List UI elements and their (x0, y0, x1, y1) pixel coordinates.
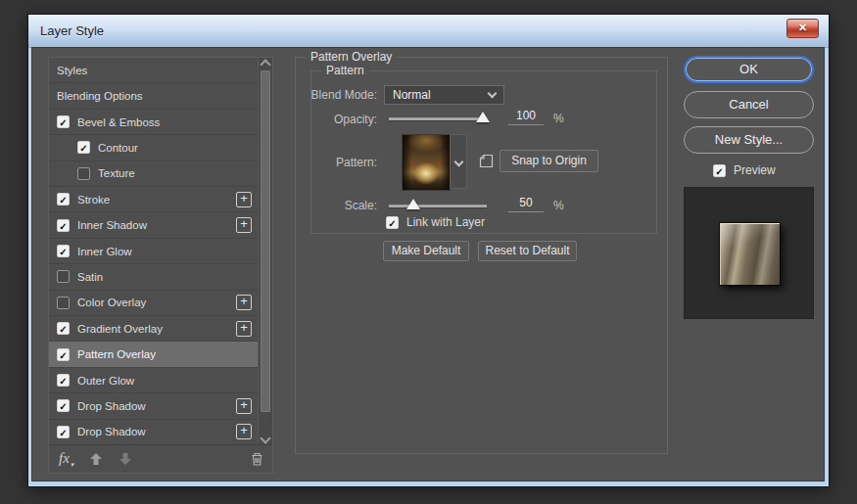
checkbox-checked-icon[interactable]: ✓ (57, 426, 70, 438)
arrow-down-icon (119, 452, 132, 466)
sidebar-item-outer-glow[interactable]: ✓Outer Glow (49, 368, 258, 393)
blend-mode-value: Normal (393, 88, 431, 102)
preview-checkbox[interactable]: ✓ Preview (713, 163, 776, 177)
sidebar-item-label: Satin (77, 271, 254, 283)
new-pattern-preset-button[interactable] (478, 153, 495, 169)
new-preset-icon (478, 153, 495, 169)
sidebar-item-color-overlay[interactable]: Color Overlay+ (49, 291, 258, 316)
close-button[interactable]: ✕ (786, 19, 819, 38)
link-with-layer-label: Link with Layer (406, 215, 485, 229)
opacity-unit: % (553, 112, 564, 125)
checkbox-checked-icon[interactable]: ✓ (57, 374, 70, 387)
sidebar-item-label: Stroke (77, 194, 236, 206)
scale-slider-handle[interactable] (406, 199, 420, 209)
checkbox-checked-icon[interactable]: ✓ (57, 219, 70, 232)
reset-to-default-button[interactable]: Reset to Default (478, 241, 577, 261)
checkbox-checked-icon[interactable]: ✓ (57, 115, 70, 128)
sidebar-item-label: Pattern Overlay (77, 348, 254, 360)
add-effect-button[interactable]: + (236, 398, 252, 414)
add-effect-button[interactable]: + (236, 295, 252, 310)
fx-menu-button[interactable]: fx▾ (59, 450, 73, 469)
sidebar-list: StylesBlending Options✓Bevel & Emboss✓Co… (49, 58, 258, 445)
opacity-value-field[interactable]: 100 (508, 109, 544, 125)
chevron-down-icon (488, 89, 498, 99)
scale-slider[interactable] (389, 205, 487, 208)
sidebar-item-label: Drop Shadow (77, 400, 236, 412)
dialog-frame: StylesBlending Options✓Bevel & Emboss✓Co… (28, 47, 829, 486)
sidebar-item-styles[interactable]: Styles (49, 58, 258, 83)
checkbox-unchecked-icon[interactable] (77, 167, 90, 180)
checkbox-checked-icon[interactable]: ✓ (57, 245, 70, 257)
scroll-down-icon[interactable] (260, 433, 270, 443)
make-default-button[interactable]: Make Default (383, 241, 469, 261)
move-down-button[interactable] (119, 452, 132, 466)
chevron-down-icon (454, 158, 464, 167)
opacity-label: Opacity: (299, 113, 377, 126)
sidebar-item-stroke[interactable]: ✓Stroke+ (49, 187, 258, 212)
screen-background: Layer Style ✕ StylesBlending Options✓Bev… (0, 0, 857, 504)
sidebar-item-label: Styles (57, 65, 254, 76)
arrow-up-icon (89, 452, 103, 466)
close-icon: ✕ (798, 22, 807, 33)
move-up-button[interactable] (89, 452, 103, 466)
sidebar-item-label: Texture (98, 167, 254, 179)
opacity-slider-handle[interactable] (476, 112, 490, 122)
sidebar-item-contour[interactable]: ✓Contour (49, 135, 258, 160)
sidebar-item-satin[interactable]: Satin (49, 264, 258, 290)
checkbox-checked-icon[interactable]: ✓ (57, 399, 70, 412)
checkbox-checked-icon[interactable]: ✓ (77, 141, 90, 154)
blend-mode-label: Blend Mode: (299, 88, 377, 102)
style-preview-swatch (684, 187, 814, 319)
pattern-overlay-panel: Pattern Overlay Pattern Blend Mode: Norm… (295, 57, 668, 454)
sidebar-item-label: Color Overlay (77, 297, 236, 308)
sidebar-item-label: Drop Shadow (77, 426, 236, 437)
sidebar-item-inner-glow[interactable]: ✓Inner Glow (49, 239, 258, 264)
sidebar-item-label: Inner Glow (77, 246, 254, 257)
sidebar-item-blending-options[interactable]: Blending Options (49, 83, 258, 109)
scroll-up-icon[interactable] (260, 59, 270, 69)
preview-label: Preview (734, 163, 776, 177)
scale-label: Scale: (299, 199, 377, 212)
sidebar-item-drop-shadow-2[interactable]: ✓Drop Shadow+ (49, 420, 258, 445)
checkbox-checked-icon[interactable]: ✓ (713, 164, 726, 177)
sidebar-item-gradient-overlay[interactable]: ✓Gradient Overlay+ (49, 316, 258, 342)
scrollbar-thumb[interactable] (261, 70, 270, 412)
checkbox-unchecked-icon[interactable] (57, 270, 70, 283)
checkbox-unchecked-icon[interactable] (57, 297, 70, 309)
link-with-layer-checkbox[interactable]: ✓ Link with Layer (386, 215, 485, 229)
sidebar-item-bevel-emboss[interactable]: ✓Bevel & Emboss (49, 110, 258, 135)
checkbox-checked-icon[interactable]: ✓ (57, 193, 70, 206)
scale-value-field[interactable]: 50 (508, 196, 544, 212)
blend-mode-select[interactable]: Normal (384, 85, 504, 105)
add-effect-button[interactable]: + (236, 321, 252, 337)
new-style-button[interactable]: New Style... (684, 126, 814, 154)
cancel-button[interactable]: Cancel (684, 91, 814, 118)
pattern-thumbnail[interactable] (402, 134, 451, 191)
checkbox-checked-icon[interactable]: ✓ (57, 348, 70, 361)
checkbox-checked-icon[interactable]: ✓ (57, 322, 70, 335)
pattern-label: Pattern: (299, 156, 377, 169)
pattern-picker-button[interactable] (450, 134, 467, 189)
delete-effect-button[interactable] (250, 451, 264, 467)
add-effect-button[interactable]: + (236, 192, 252, 207)
opacity-slider[interactable] (389, 117, 487, 121)
ok-button[interactable]: OK (684, 56, 814, 83)
checkbox-checked-icon[interactable]: ✓ (386, 216, 399, 229)
snap-to-origin-button[interactable]: Snap to Origin (500, 150, 598, 172)
layer-style-dialog: Layer Style ✕ StylesBlending Options✓Bev… (27, 14, 830, 487)
styles-sidebar: StylesBlending Options✓Bevel & Emboss✓Co… (48, 57, 273, 474)
sidebar-item-drop-shadow[interactable]: ✓Drop Shadow+ (49, 393, 258, 419)
sidebar-item-pattern-overlay[interactable]: ✓Pattern Overlay (49, 342, 258, 367)
sidebar-item-texture[interactable]: Texture (49, 161, 258, 187)
scale-unit: % (553, 199, 564, 212)
sidebar-scrollbar[interactable] (258, 58, 272, 445)
sidebar-item-inner-shadow[interactable]: ✓Inner Shadow+ (49, 212, 258, 238)
add-effect-button[interactable]: + (236, 424, 252, 439)
preview-texture-image (720, 223, 780, 285)
sidebar-item-label: Inner Shadow (77, 219, 236, 231)
subgroup-title: Pattern (321, 64, 369, 77)
dialog-titlebar[interactable]: Layer Style ✕ (28, 15, 829, 48)
add-effect-button[interactable]: + (236, 217, 252, 233)
sidebar-item-label: Contour (98, 142, 254, 154)
trash-icon (250, 451, 264, 467)
